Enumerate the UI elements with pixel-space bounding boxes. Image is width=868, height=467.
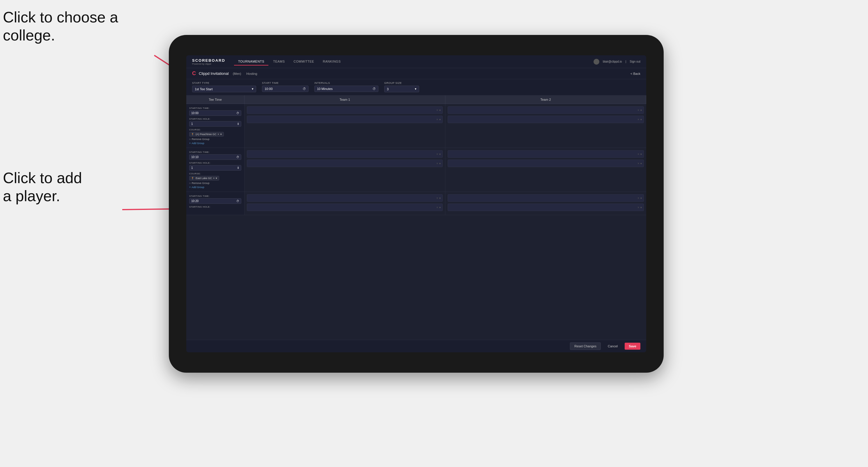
logo-area: SCOREBOARD Powered by clippd: [192, 58, 225, 65]
slot-x-12[interactable]: ×: [638, 206, 639, 209]
slot-chevron-icon[interactable]: ▾: [439, 108, 441, 112]
slot-x-7[interactable]: ×: [638, 153, 639, 156]
player-slot-5-1[interactable]: × ▾: [247, 194, 443, 202]
course-tag-chevron-2[interactable]: ▾: [216, 177, 217, 180]
slot-x-11[interactable]: ×: [638, 196, 639, 200]
player-slot-2-2[interactable]: × ▾: [448, 116, 644, 123]
save-button[interactable]: Save: [625, 343, 640, 350]
starting-time-val-2: 10:10: [191, 155, 198, 159]
group-left-2: STARTING TIME: 10:10 ⏱ STARTING HOLE: 1 …: [186, 148, 245, 192]
slot-close-icon-2[interactable]: ×: [436, 118, 438, 121]
remove-group-2[interactable]: ○ Remove Group: [189, 182, 241, 185]
course-label-1: COURSE:: [189, 128, 241, 131]
slot-x-5[interactable]: ×: [436, 153, 438, 156]
group-size-group: Group Size 3 ▾: [384, 82, 419, 92]
clock-icon: ⏱: [303, 87, 306, 91]
course-tag-2[interactable]: 🏌 East Lake GC × ▾: [189, 176, 219, 181]
slot-chevron-icon-2[interactable]: ▾: [439, 118, 441, 121]
starting-hole-label-2: STARTING HOLE:: [189, 162, 241, 164]
slot-chev-5[interactable]: ▾: [439, 153, 441, 156]
start-time-value: 10:00: [265, 87, 273, 91]
player-slot-4-2[interactable]: × ▾: [448, 160, 644, 167]
slot-x-9[interactable]: ×: [436, 196, 438, 200]
course-tag-remove-2[interactable]: ×: [213, 177, 215, 180]
tab-tournaments[interactable]: TOURNAMENTS: [234, 58, 268, 65]
slot-chev-10[interactable]: ▾: [439, 206, 441, 209]
user-avatar: [593, 59, 599, 65]
start-type-label: Start Type: [192, 82, 256, 85]
course-tag-icon-2: 🏌: [191, 177, 194, 180]
player-slot-6-1[interactable]: × ▾: [448, 194, 644, 202]
add-group-2[interactable]: + Add Group: [189, 186, 241, 189]
starting-time-label-1: STARTING TIME:: [189, 107, 241, 110]
starting-hole-input-2[interactable]: 1 ⇕: [189, 165, 241, 170]
tab-committee[interactable]: COMMITTEE: [290, 58, 318, 65]
group-size-select[interactable]: 3 ▾: [384, 86, 419, 92]
starting-time-input-2[interactable]: 10:10 ⏱: [189, 154, 241, 160]
slot-chev-6[interactable]: ▾: [439, 162, 441, 165]
starting-hole-input-1[interactable]: 1 ⇕: [189, 121, 241, 127]
slot-x-8[interactable]: ×: [638, 162, 639, 165]
slot-chev-11[interactable]: ▾: [640, 196, 642, 200]
tab-rankings[interactable]: RANKINGS: [319, 58, 345, 65]
tablet-frame: SCOREBOARD Powered by clippd TOURNAMENTS…: [169, 35, 664, 373]
nav-tabs: TOURNAMENTS TEAMS COMMITTEE RANKINGS: [234, 58, 593, 65]
annotation-text-2a: Click to add: [3, 169, 82, 186]
tab-teams[interactable]: TEAMS: [269, 58, 289, 65]
separator: |: [625, 60, 626, 63]
player-slot-6-2[interactable]: × ▾: [448, 204, 644, 211]
reset-changes-button[interactable]: Reset Changes: [570, 342, 601, 350]
annotation-text-1a: Click to choose a: [3, 9, 118, 26]
course-tag-1[interactable]: 🏌 (A) Peachtree GC × ▾: [189, 132, 224, 136]
slot-chev-12[interactable]: ▾: [640, 206, 642, 209]
sign-out-link[interactable]: Sign out: [630, 60, 640, 63]
course-tag-chevron-1[interactable]: ▾: [220, 133, 222, 136]
slot-close-icon-3[interactable]: ×: [638, 108, 639, 112]
start-type-select[interactable]: 1st Tee Start ▾: [192, 86, 256, 92]
sub-header: C Clippd Invitational (Men) Hosting Back: [186, 68, 646, 79]
group-team2-2: × ▾ × ▾: [445, 148, 646, 192]
starting-time-input-3[interactable]: 10:20 ⏱: [189, 198, 241, 204]
player-slot-3-2[interactable]: × ▾: [247, 160, 443, 167]
annotation-text-1b: college.: [3, 27, 55, 44]
logo-sub: Powered by clippd: [192, 63, 225, 65]
group-row-1: STARTING TIME: 10:00 ⏱ STARTING HOLE: 1 …: [186, 104, 646, 148]
starting-hole-val-2: 1: [191, 166, 193, 169]
slot-chev-7[interactable]: ▾: [640, 153, 642, 156]
player-slot-3-1[interactable]: × ▾: [247, 150, 443, 158]
slot-x-6[interactable]: ×: [436, 162, 438, 165]
remove-group-1[interactable]: ○ Remove Group: [189, 138, 241, 141]
slot-close-icon-4[interactable]: ×: [638, 118, 639, 121]
back-button[interactable]: Back: [630, 72, 640, 75]
slot-chevron-icon-4[interactable]: ▾: [640, 118, 642, 121]
player-slot-5-2[interactable]: × ▾: [247, 204, 443, 211]
clock-icon-3: ⏱: [236, 112, 239, 115]
start-time-input[interactable]: 10:00 ⏱: [262, 86, 309, 92]
course-name-2: East Lake GC: [196, 177, 212, 180]
group-row-2: STARTING TIME: 10:10 ⏱ STARTING HOLE: 1 …: [186, 148, 646, 192]
starting-hole-label-1: STARTING HOLE:: [189, 118, 241, 120]
intervals-label: Intervals: [314, 82, 378, 85]
table-header: Tee Time Team 1 Team 2: [186, 95, 646, 104]
add-group-1[interactable]: + Add Group: [189, 142, 241, 145]
slot-chev-8[interactable]: ▾: [640, 162, 642, 165]
event-title: Clippd Invitational: [199, 71, 229, 76]
slot-close-icon[interactable]: ×: [436, 108, 438, 112]
slot-chev-9[interactable]: ▾: [439, 196, 441, 200]
player-slot-1-2[interactable]: × ▾: [247, 116, 443, 123]
player-slot-2-1[interactable]: × ▾: [448, 106, 644, 114]
player-slot-4-1[interactable]: × ▾: [448, 150, 644, 158]
course-tag-remove-1[interactable]: ×: [218, 133, 219, 136]
cancel-button[interactable]: Cancel: [604, 343, 622, 350]
player-slot-1-1[interactable]: × ▾: [247, 106, 443, 114]
slot-chevron-icon-3[interactable]: ▾: [640, 108, 642, 112]
clock-icon-5: ⏱: [236, 199, 239, 203]
app-header: SCOREBOARD Powered by clippd TOURNAMENTS…: [186, 55, 646, 68]
start-time-label: Start Time: [262, 82, 309, 85]
group-team2-1: × ▾ × ▾: [445, 104, 646, 148]
intervals-select[interactable]: 10 Minutes ⏱: [314, 86, 378, 92]
slot-x-10[interactable]: ×: [436, 206, 438, 209]
col-team1: Team 1: [245, 95, 445, 104]
logo-text: SCOREBOARD: [192, 58, 225, 63]
starting-time-input-1[interactable]: 10:00 ⏱: [189, 110, 241, 116]
